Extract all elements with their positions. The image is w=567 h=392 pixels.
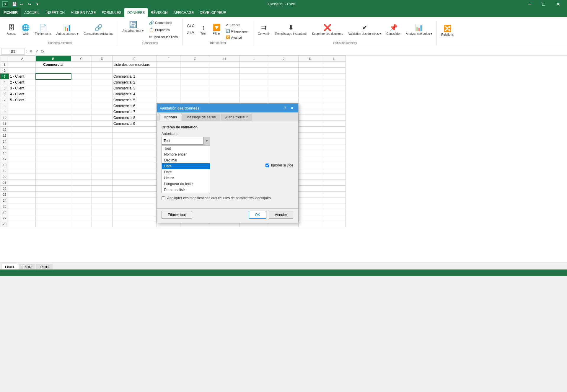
cell-D12[interactable] — [92, 127, 113, 133]
cell-L19[interactable] — [322, 168, 346, 174]
confirm-formula-button[interactable]: ✓ — [34, 49, 40, 54]
cell-A20[interactable] — [9, 174, 36, 180]
cell-B11[interactable] — [36, 121, 71, 127]
cell-F7[interactable] — [157, 97, 180, 103]
cell-B7[interactable] — [36, 97, 71, 103]
cell-D2[interactable] — [92, 68, 113, 74]
cell-D16[interactable] — [92, 150, 113, 156]
cell-L16[interactable] — [322, 150, 346, 156]
cell-L15[interactable] — [322, 144, 346, 150]
row-header-6[interactable]: 6 — [0, 91, 9, 97]
cell-H7[interactable] — [210, 97, 239, 103]
cell-E10[interactable]: Commercial 8 — [113, 115, 157, 121]
cell-K12[interactable] — [299, 127, 322, 133]
cell-L8[interactable] — [322, 103, 346, 109]
cell-K23[interactable] — [299, 192, 322, 197]
cell-K9[interactable] — [299, 109, 322, 115]
effacer-tout-button[interactable]: Effacer tout — [162, 211, 192, 219]
cell-E11[interactable]: Commercial 9 — [113, 121, 157, 127]
dropdown-item-longueur-texte[interactable]: Longueur du texte — [162, 181, 210, 187]
cell-C28[interactable] — [71, 221, 92, 227]
cell-B18[interactable] — [36, 162, 71, 168]
cell-J3[interactable] — [269, 74, 299, 79]
cell-C24[interactable] — [71, 197, 92, 203]
cell-G2[interactable] — [180, 68, 210, 74]
dropdown-list[interactable]: Tout Nombre entier Décimal Liste Date He… — [162, 145, 210, 193]
cell-B15[interactable] — [36, 144, 71, 150]
cell-C17[interactable] — [71, 156, 92, 162]
cell-D24[interactable] — [92, 197, 113, 203]
cell-L17[interactable] — [322, 156, 346, 162]
cell-F6[interactable] — [157, 91, 180, 97]
cell-B19[interactable] — [36, 168, 71, 174]
ribbon-relations-button[interactable]: 🔀 Relations — [439, 23, 456, 41]
cell-K20[interactable] — [299, 174, 322, 180]
cell-F4[interactable] — [157, 79, 180, 85]
cell-G5[interactable] — [180, 85, 210, 91]
cell-A18[interactable] — [9, 162, 36, 168]
cell-B22[interactable] — [36, 186, 71, 192]
ribbon-trier-button[interactable]: ↕ Trier — [198, 22, 209, 40]
col-header-d[interactable]: D — [92, 56, 113, 62]
dialog-tab-alerte[interactable]: Alerte d'erreur — [221, 114, 252, 121]
cell-L4[interactable] — [322, 79, 346, 85]
close-button[interactable]: ✕ — [551, 0, 565, 8]
cell-K6[interactable] — [299, 91, 322, 97]
sheet-tab-1[interactable]: Feuil1 — [1, 264, 18, 270]
col-header-f[interactable]: F — [157, 56, 180, 62]
cell-B12[interactable] — [36, 127, 71, 133]
row-header-13[interactable]: 13 — [0, 133, 9, 138]
col-header-l[interactable]: L — [322, 56, 346, 62]
cell-E7[interactable]: Commercial 5 — [113, 97, 157, 103]
row-header-14[interactable]: 14 — [0, 138, 9, 144]
cell-F5[interactable] — [157, 85, 180, 91]
row-header-10[interactable]: 10 — [0, 115, 9, 121]
undo-button[interactable]: ↩ — [18, 1, 25, 8]
cell-B17[interactable] — [36, 156, 71, 162]
ribbon-access-button[interactable]: 🗄 Access — [5, 22, 18, 40]
cell-C3[interactable] — [71, 74, 92, 79]
menu-developpeur[interactable]: DÉVELOPPEUR — [197, 8, 229, 17]
ribbon-reappliquer-button[interactable]: 🔄 Réappliquer — [224, 28, 251, 34]
cell-K21[interactable] — [299, 180, 322, 186]
save-button[interactable]: 💾 — [11, 1, 18, 8]
cell-D14[interactable] — [92, 138, 113, 144]
cell-E8[interactable]: Commercial 6 — [113, 103, 157, 109]
cell-B1[interactable]: Commercial — [36, 62, 71, 68]
cell-B4[interactable] — [36, 79, 71, 85]
cell-L23[interactable] — [322, 192, 346, 197]
cell-L7[interactable] — [322, 97, 346, 103]
cell-C6[interactable] — [71, 91, 92, 97]
row-header-26[interactable]: 26 — [0, 209, 9, 215]
col-header-k[interactable]: K — [299, 56, 322, 62]
apply-checkbox[interactable] — [162, 196, 165, 200]
cell-C18[interactable] — [71, 162, 92, 168]
cell-B5[interactable] — [36, 85, 71, 91]
cell-H6[interactable] — [210, 91, 239, 97]
row-header-22[interactable]: 22 — [0, 186, 9, 192]
autoriser-select[interactable]: Tout — [162, 137, 210, 145]
row-header-25[interactable]: 25 — [0, 203, 9, 209]
row-header-8[interactable]: 8 — [0, 103, 9, 109]
col-header-g[interactable]: G — [180, 56, 210, 62]
cell-K1[interactable] — [299, 62, 322, 68]
col-header-j[interactable]: J — [269, 56, 299, 62]
ribbon-analyse-button[interactable]: 📊 Analyse scénarios ▾ — [404, 22, 434, 40]
cell-L21[interactable] — [322, 180, 346, 186]
cell-D23[interactable] — [92, 192, 113, 197]
cell-K17[interactable] — [299, 156, 322, 162]
cell-E9[interactable]: Commercial 7 — [113, 109, 157, 115]
cell-A2[interactable] — [9, 68, 36, 74]
col-header-b[interactable]: B — [36, 56, 71, 62]
insert-function-button[interactable]: fx — [40, 49, 45, 54]
row-header-28[interactable]: 28 — [0, 221, 9, 227]
col-header-a[interactable]: A — [9, 56, 36, 62]
cell-A5[interactable]: 3 - Client — [9, 85, 36, 91]
row-header-23[interactable]: 23 — [0, 192, 9, 197]
cell-L11[interactable] — [322, 121, 346, 127]
cell-C27[interactable] — [71, 215, 92, 221]
cell-K16[interactable] — [299, 150, 322, 156]
cell-A13[interactable] — [9, 133, 36, 138]
cell-B14[interactable] — [36, 138, 71, 144]
cell-A12[interactable] — [9, 127, 36, 133]
